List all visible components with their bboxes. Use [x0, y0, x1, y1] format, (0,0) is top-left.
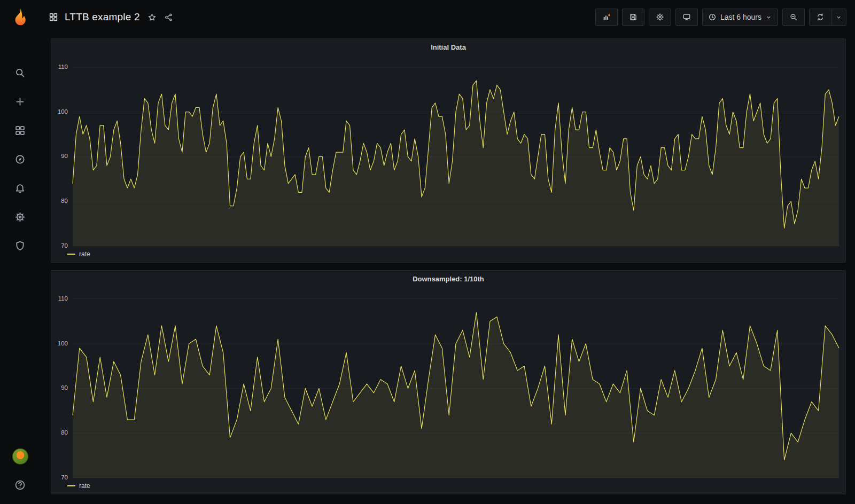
dashboards-grid-icon — [14, 125, 26, 136]
star-icon — [147, 13, 157, 22]
time-range-label: Last 6 hours — [720, 13, 761, 21]
timeseries-chart-svg — [73, 289, 839, 478]
y-axis-labels: 708090100110 — [55, 289, 73, 478]
tv-monitor-icon — [682, 13, 691, 21]
timeseries-plot[interactable] — [73, 289, 839, 478]
grafana-logo[interactable] — [8, 5, 33, 30]
help-question-icon — [14, 479, 26, 491]
timeseries-plot[interactable] — [73, 57, 839, 246]
plus-icon — [14, 96, 26, 107]
chart-area: 708090100110 — [51, 287, 845, 478]
grafana-flame-icon — [10, 7, 31, 28]
search-icon — [14, 67, 26, 78]
zoom-out-icon — [789, 13, 798, 21]
panel-initial-data: Initial Data 708090100110 rate — [51, 38, 846, 263]
sidebar-item-help[interactable] — [9, 473, 32, 497]
sidebar-item-configuration[interactable] — [9, 205, 32, 229]
star-dashboard-button[interactable] — [147, 13, 157, 22]
legend-label: rate — [79, 482, 90, 490]
refresh-dashboard-button[interactable] — [809, 9, 831, 26]
clock-icon — [708, 13, 717, 21]
add-panel-icon — [602, 13, 611, 21]
dashboard-title: LTTB example 2 — [65, 11, 140, 23]
sidebar-item-create[interactable] — [9, 90, 32, 113]
zoom-out-time-button[interactable] — [782, 9, 805, 26]
apps-grid-icon — [49, 12, 58, 22]
chart-area: 708090100110 — [51, 55, 845, 246]
save-icon — [629, 13, 638, 21]
topbar-left: LTTB example 2 — [49, 11, 173, 23]
refresh-interval-dropdown[interactable] — [831, 9, 846, 26]
user-avatar[interactable] — [12, 448, 28, 464]
legend-swatch — [67, 254, 75, 255]
chevron-down-icon — [835, 14, 842, 21]
sidebar-item-alerting[interactable] — [9, 176, 32, 200]
share-icon — [164, 13, 173, 22]
dashboard-settings-button[interactable] — [649, 9, 671, 26]
main-area: LTTB example 2 — [40, 0, 855, 504]
add-panel-button[interactable] — [595, 9, 618, 26]
timeseries-chart-svg — [73, 57, 839, 246]
sidebar-item-server-admin[interactable] — [9, 234, 32, 257]
sidebar-bottom — [9, 448, 32, 497]
y-axis-labels: 708090100110 — [55, 57, 73, 246]
time-range-picker[interactable]: Last 6 hours — [702, 9, 778, 26]
sidebar — [0, 0, 40, 504]
refresh-button-group — [809, 9, 846, 26]
legend-label: rate — [79, 250, 90, 258]
chevron-down-icon — [765, 14, 772, 21]
legend-swatch — [67, 485, 75, 486]
cycle-view-mode-button[interactable] — [675, 9, 698, 26]
panel-downsampled: Downsampled: 1/10th 708090100110 rate — [51, 270, 846, 494]
legend-item-rate[interactable]: rate — [51, 246, 845, 262]
panel-title[interactable]: Initial Data — [51, 39, 845, 55]
refresh-icon — [816, 13, 825, 21]
panel-title[interactable]: Downsampled: 1/10th — [51, 271, 845, 287]
settings-gear-icon — [656, 13, 664, 21]
compass-icon — [14, 154, 26, 165]
dashboard-topbar: LTTB example 2 — [40, 0, 855, 34]
gear-icon — [14, 211, 26, 223]
sidebar-item-explore[interactable] — [9, 147, 32, 171]
bell-icon — [14, 183, 26, 194]
sidebar-item-dashboards[interactable] — [9, 119, 32, 142]
sidebar-item-search[interactable] — [9, 61, 32, 84]
share-dashboard-button[interactable] — [164, 13, 173, 22]
topbar-right: Last 6 hours — [595, 9, 846, 26]
shield-icon — [14, 240, 26, 251]
legend-item-rate[interactable]: rate — [51, 478, 845, 494]
dashboard-grid: Initial Data 708090100110 rate Downsampl… — [40, 34, 855, 504]
save-dashboard-button[interactable] — [622, 9, 644, 26]
